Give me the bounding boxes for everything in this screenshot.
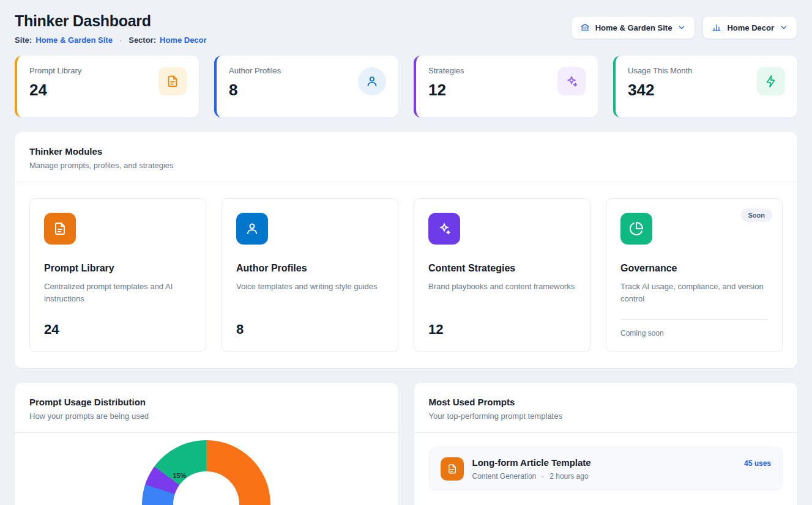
module-title: Author Profiles [236,263,384,274]
document-icon [158,67,187,95]
stat-value: 24 [29,81,81,100]
panel-title: Most Used Prompts [429,397,783,407]
header-selectors: Home & Garden Site Home Decor [571,12,797,39]
prompt-list: Long-form Article Template Content Gener… [414,433,798,505]
lightning-icon [757,67,785,95]
pie-chart-icon [620,213,652,245]
stat-text: Author Profiles 8 [229,66,281,100]
module-description: Track AI usage, compliance, and version … [620,281,768,304]
stat-label: Author Profiles [229,66,281,75]
prompt-timestamp: 2 hours ago [549,472,588,481]
thinker-dashboard-page: Thinker Dashboard Site: Home & Garden Si… [0,0,812,505]
sector-label: Sector: [129,35,156,45]
panel-subtitle: How your prompts are being used [29,411,384,421]
prompt-info: Long-form Article Template Content Gener… [472,457,736,481]
stat-value: 8 [229,81,281,100]
site-label: Site: [15,35,32,45]
panel-title: Thinker Modules [29,146,783,157]
coming-soon-label: Coming soon [620,319,768,337]
sector-link[interactable]: Home Decor [160,35,207,45]
prompt-use-count: 45 uses [744,459,771,468]
person-icon [358,67,386,95]
prompt-category: Content Generation [472,472,537,481]
page-title: Thinker Dashboard [15,12,207,30]
module-title: Prompt Library [44,263,192,274]
document-icon [441,457,464,481]
soon-badge: Soon [741,208,773,222]
bottom-row: Prompt Usage Distribution How your promp… [15,383,797,505]
module-title: Content Strategies [428,263,576,274]
panel-subtitle: Your top-performing prompt templates [429,411,783,421]
stat-card-author-profiles: Author Profiles 8 [214,56,398,117]
site-selector-dropdown[interactable]: Home & Garden Site [571,16,696,39]
prompt-usage-panel: Prompt Usage Distribution How your promp… [15,383,398,505]
panel-title: Prompt Usage Distribution [29,397,384,407]
thinker-modules-panel: Thinker Modules Manage prompts, profiles… [15,132,797,368]
stat-text: Strategies 12 [428,66,464,100]
chevron-down-icon [780,23,788,32]
stat-text: Prompt Library 24 [29,66,81,100]
module-title: Governance [620,263,768,274]
sector-selector-label: Home Decor [727,23,774,32]
module-card-prompt-library[interactable]: Prompt Library Centralized prompt templa… [29,198,206,352]
stat-value: 12 [428,81,464,100]
module-card-author-profiles[interactable]: Author Profiles Voice templates and writ… [222,198,398,352]
module-description: Centralized prompt templates and AI inst… [44,281,192,304]
module-description: Brand playbooks and content frameworks [428,281,576,293]
usage-donut-chart: 15% [142,440,270,505]
modules-panel-header: Thinker Modules Manage prompts, profiles… [15,132,797,182]
prompt-list-item[interactable]: Long-form Article Template Content Gener… [429,448,783,490]
module-count: 12 [428,322,576,337]
stat-text: Usage This Month 342 [628,66,692,100]
module-card-content-strategies[interactable]: Content Strategies Brand playbooks and c… [414,198,590,352]
most-used-panel-header: Most Used Prompts Your top-performing pr… [414,383,798,433]
sector-selector-dropdown[interactable]: Home Decor [702,16,797,39]
stat-card-prompt-library: Prompt Library 24 [15,56,199,117]
most-used-panel: Most Used Prompts Your top-performing pr… [414,383,798,505]
document-icon [44,213,76,245]
breadcrumb: Site: Home & Garden Site · Sector: Home … [15,35,207,45]
usage-panel-header: Prompt Usage Distribution How your promp… [15,383,398,433]
stat-value: 342 [628,81,692,100]
module-description: Voice templates and writing style guides [236,281,384,293]
building-icon [580,23,590,32]
site-selector-label: Home & Garden Site [595,23,672,32]
prompt-meta: Content Generation · 2 hours ago [472,472,736,481]
stat-label: Prompt Library [29,66,81,75]
page-header: Thinker Dashboard Site: Home & Garden Si… [15,12,797,45]
prompt-title: Long-form Article Template [472,457,736,468]
chart-area: 15% [15,433,398,505]
modules-grid: Prompt Library Centralized prompt templa… [15,182,797,368]
stat-card-usage: Usage This Month 342 [613,56,797,117]
module-count: 8 [236,322,384,337]
separator-dot: · [119,35,122,45]
sparkle-star-icon [428,213,460,245]
module-card-governance[interactable]: Soon Governance Track AI usage, complian… [606,198,783,352]
panel-subtitle: Manage prompts, profiles, and strategies [29,161,783,170]
stats-row: Prompt Library 24 Author Profiles 8 Stra… [15,56,797,117]
person-icon [236,213,268,245]
site-link[interactable]: Home & Garden Site [35,35,113,45]
chevron-down-icon [677,23,686,32]
bar-chart-icon [712,23,721,32]
header-titles: Thinker Dashboard Site: Home & Garden Si… [15,12,207,45]
stat-card-strategies: Strategies 12 [414,56,598,117]
stat-label: Strategies [428,66,464,75]
separator-dot: · [542,472,544,481]
module-count: 24 [44,322,192,337]
stat-label: Usage This Month [628,66,692,75]
donut-segment-label: 15% [173,472,186,479]
sparkle-star-icon [557,67,586,95]
